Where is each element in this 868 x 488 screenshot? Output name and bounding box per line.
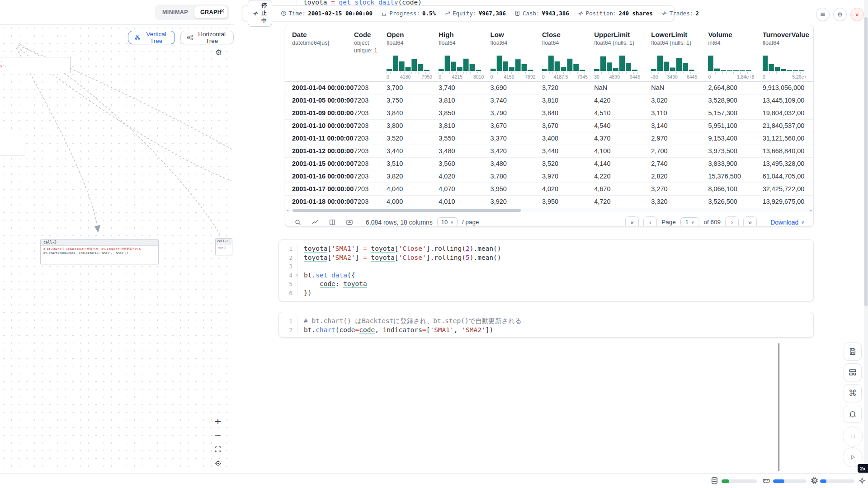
vertical-tree-button[interactable]: Vertical Tree xyxy=(128,31,175,44)
column-header-high[interactable]: Highfloat64042158010 xyxy=(439,31,490,81)
code-line: 4∨bt.set_data({ xyxy=(279,271,813,280)
page-number-select[interactable]: 1 ∨ xyxy=(680,217,699,227)
table-summary-icon[interactable] xyxy=(343,219,356,226)
column-header-turnovervalue[interactable]: TurnoverValuefloat6405.26e+ xyxy=(763,31,813,81)
table-chart-view-icon[interactable] xyxy=(309,219,321,226)
prev-page-button[interactable]: ‹ xyxy=(643,216,657,227)
recenter-crosshair-icon[interactable] xyxy=(212,458,224,469)
code-cell-sma[interactable]: 1toyota['SMA1'] = toyota['Close'].rollin… xyxy=(278,239,814,301)
graph-node-empty[interactable] xyxy=(0,130,25,155)
storage-usage-gauge xyxy=(722,478,757,484)
table-cell: 4,020 xyxy=(439,170,490,183)
table-cell: 3,320 xyxy=(651,196,708,208)
horizontal-scrollbar-thumb[interactable] xyxy=(292,209,521,212)
ai-sparkle-icon[interactable] xyxy=(859,477,866,484)
table-cell: 3,820 xyxy=(387,170,439,183)
table-row: 2001-01-10 00:00:0072033,8003,8103,6703,… xyxy=(285,120,813,132)
table-cell: 2001-01-05 00:00:00 xyxy=(292,94,354,107)
download-label: Download xyxy=(770,219,798,226)
column-header-upperlimit[interactable]: UpperLimitfloat64 (nulls: 1)3048909445 xyxy=(594,31,651,81)
node-title: cell-3 xyxy=(41,239,158,246)
table-footer: 6,084 rows, 18 columns 10 ∨ / page « ‹ P… xyxy=(285,212,813,227)
column-name: Volume xyxy=(708,31,758,38)
page-size-value: 10 xyxy=(441,219,448,225)
table-cell: 3,560 xyxy=(439,158,490,170)
scroll-left-arrow-icon[interactable]: ◂ xyxy=(287,208,288,212)
code-cell-chart[interactable]: 1# bt.chart() はBacktestに登録され、bt.step()で自… xyxy=(278,312,814,338)
table-cell: 2,820 xyxy=(651,170,708,183)
chevron-down-icon: ∨ xyxy=(450,220,453,225)
table-search-icon[interactable] xyxy=(292,219,304,226)
graph-canvas[interactable]: ...test', ...ondary', cell-3 # bt.chart(… xyxy=(0,24,234,473)
page-size-select[interactable]: 10 ∨ xyxy=(437,217,458,227)
table-row: 2001-01-15 00:00:0072033,5103,5603,4803,… xyxy=(285,158,813,170)
column-dtype: int64 xyxy=(708,40,758,46)
table-cell: 13,668,840,00 xyxy=(763,145,813,157)
histogram-bars xyxy=(708,56,751,71)
horizontal-tree-button[interactable]: Horizontal Tree xyxy=(180,31,234,44)
node-code-line: bt.chart(code=code, indicators=['SMA1', … xyxy=(43,251,156,255)
column-header-lowerlimit[interactable]: LowerLimitfloat64 (nulls: 1)-3034906445 xyxy=(651,31,708,81)
column-dtype: float64 xyxy=(491,40,538,46)
column-header-open[interactable]: Openfloat64041807950 xyxy=(387,31,439,81)
layout-panels-icon[interactable] xyxy=(844,363,862,381)
download-button[interactable]: Download ∨ xyxy=(768,218,807,226)
table-cell: 3,750 xyxy=(387,94,439,107)
column-header-date[interactable]: Datedatetime64[us] xyxy=(292,31,354,81)
column-name: Code xyxy=(354,31,382,38)
table-cell: 9,913,056,000 xyxy=(763,82,813,94)
graph-node-cell3[interactable]: cell-3 # bt.chart() はBacktestに登録され、bt.st… xyxy=(40,239,159,264)
node-title: cell-5 xyxy=(216,239,232,244)
tab-minimap[interactable]: MINIMAP xyxy=(156,6,194,19)
status-metric: Trades:2 xyxy=(661,10,699,17)
status-metric: Position:240 shares xyxy=(578,10,653,17)
table-cell: 61,044,705,00 xyxy=(763,170,813,183)
shutdown-close-icon[interactable]: × xyxy=(850,8,864,21)
table-cell: 9,153,400 xyxy=(708,132,762,145)
next-page-button[interactable]: › xyxy=(725,216,739,227)
table-cell: 4,420 xyxy=(594,94,651,107)
zoom-in-button[interactable]: + xyxy=(212,416,224,427)
file-icon xyxy=(514,10,520,16)
table-cell: 3,670 xyxy=(491,120,542,132)
scroll-right-arrow-icon[interactable]: ▸ xyxy=(810,208,812,212)
horizontal-scrollbar[interactable]: ◂ ▸ xyxy=(285,208,813,212)
table-cell: NaN xyxy=(594,82,651,94)
menu-hamburger-icon[interactable] xyxy=(816,8,830,21)
close-panel-button[interactable]: × xyxy=(217,6,227,15)
column-header-close[interactable]: Closefloat6404187.57945 xyxy=(542,31,594,81)
notifications-bell-icon[interactable] xyxy=(844,405,862,423)
table-row: 2001-01-17 00:00:0072034,0404,0703,9504,… xyxy=(285,183,813,196)
edge-arrowhead xyxy=(94,225,100,233)
command-shortcuts-icon[interactable]: ⌘ xyxy=(844,384,862,402)
graph-node-cell5[interactable]: cell-5 nan() xyxy=(215,238,232,255)
vertical-scrollbar-thumb[interactable] xyxy=(864,17,868,306)
status-metric-label: Position: xyxy=(586,10,617,17)
zoom-out-button[interactable]: − xyxy=(212,430,224,441)
code-line: 5 code: toyota xyxy=(279,280,813,289)
column-name: LowerLimit xyxy=(651,31,703,38)
settings-gear-icon[interactable]: ⚙ xyxy=(833,8,847,21)
save-icon[interactable] xyxy=(844,343,862,361)
column-header-code[interactable]: Codeobjectunique: 1 xyxy=(354,31,387,81)
table-cell: 7203 xyxy=(354,196,387,208)
graph-node-fragment[interactable]: ...test', ...ondary', xyxy=(0,57,71,73)
table-cell: 4,070 xyxy=(439,183,490,195)
table-cell: 3,550 xyxy=(439,132,490,145)
fit-view-icon[interactable] xyxy=(212,444,224,455)
stop-all-cells-button[interactable] xyxy=(843,427,863,446)
graph-settings-gear-icon[interactable]: ⚙ xyxy=(212,47,225,58)
table-columns-icon[interactable] xyxy=(326,219,339,226)
table-cell: 31,121,560,00 xyxy=(763,132,813,145)
vertical-scrollbar[interactable] xyxy=(864,0,868,473)
first-page-button[interactable]: « xyxy=(625,216,639,227)
column-header-low[interactable]: Lowfloat64041507892 xyxy=(491,31,542,81)
fold-chevron-icon[interactable]: ∨ xyxy=(296,271,298,280)
table-row: 2001-01-11 00:00:0072033,5203,5503,3703,… xyxy=(285,132,813,145)
table-cell: 2001-01-18 00:00:00 xyxy=(292,196,354,208)
histogram-bars xyxy=(542,56,585,71)
column-header-volume[interactable]: Volumeint6401.84e+8 xyxy=(708,31,762,81)
column-name: Close xyxy=(542,31,590,38)
gutter-separator xyxy=(297,262,304,271)
last-page-button[interactable]: » xyxy=(743,216,757,227)
